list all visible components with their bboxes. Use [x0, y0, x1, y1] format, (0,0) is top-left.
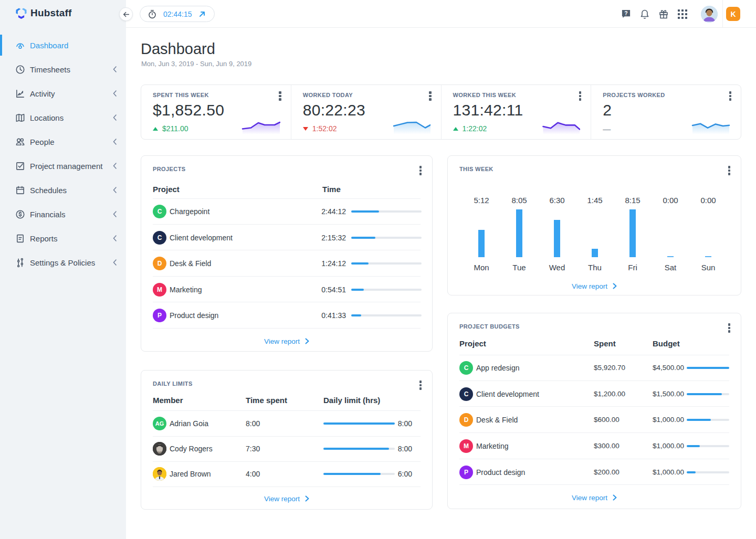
svg-text:?: ?: [624, 10, 627, 16]
